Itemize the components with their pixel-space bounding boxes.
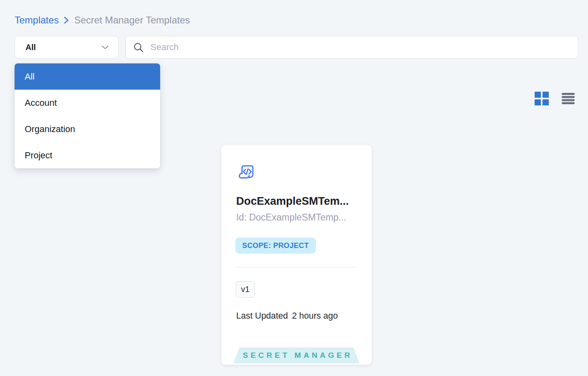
last-updated-value: 2 hours ago <box>292 311 338 321</box>
chevron-down-icon <box>101 44 109 50</box>
menu-item-all[interactable]: All <box>15 63 160 90</box>
card-divider <box>236 267 356 267</box>
template-script-icon <box>237 163 255 183</box>
list-view-icon[interactable] <box>561 92 575 105</box>
scope-badge: SCOPE: PROJECT <box>235 237 316 254</box>
secret-manager-templates-page: Templates Secret Manager Templates All A… <box>0 0 588 376</box>
menu-item-account[interactable]: Account <box>15 90 160 116</box>
grid-view-icon[interactable] <box>534 91 549 106</box>
last-updated-label: Last Updated <box>236 311 288 321</box>
version-chip: v1 <box>236 281 255 298</box>
view-toggle <box>534 91 575 106</box>
scope-filter-value: All <box>25 43 36 52</box>
template-card[interactable]: DocExampleSMTem... Id: DocExampleSMTemp.… <box>221 145 372 365</box>
template-id: Id: DocExampleSMTemp... <box>236 212 358 223</box>
last-updated: Last Updated 2 hours ago <box>236 311 338 321</box>
scope-filter-menu: All Account Organization Project <box>15 63 160 168</box>
menu-item-project[interactable]: Project <box>15 142 160 168</box>
template-title: DocExampleSMTem... <box>236 195 357 208</box>
template-type-ribbon: SECRET MANAGER <box>233 347 360 363</box>
search-input[interactable] <box>150 42 571 53</box>
search-icon <box>133 42 144 53</box>
scope-filter-select[interactable]: All <box>15 36 118 59</box>
breadcrumb-current: Secret Manager Templates <box>74 15 190 26</box>
template-type-label: SECRET MANAGER <box>240 351 353 360</box>
search-bar <box>125 36 578 59</box>
breadcrumb-link-templates[interactable]: Templates <box>15 15 59 26</box>
breadcrumb: Templates Secret Manager Templates <box>15 15 190 26</box>
menu-item-organization[interactable]: Organization <box>15 116 160 142</box>
breadcrumb-chevron-icon <box>63 16 70 25</box>
